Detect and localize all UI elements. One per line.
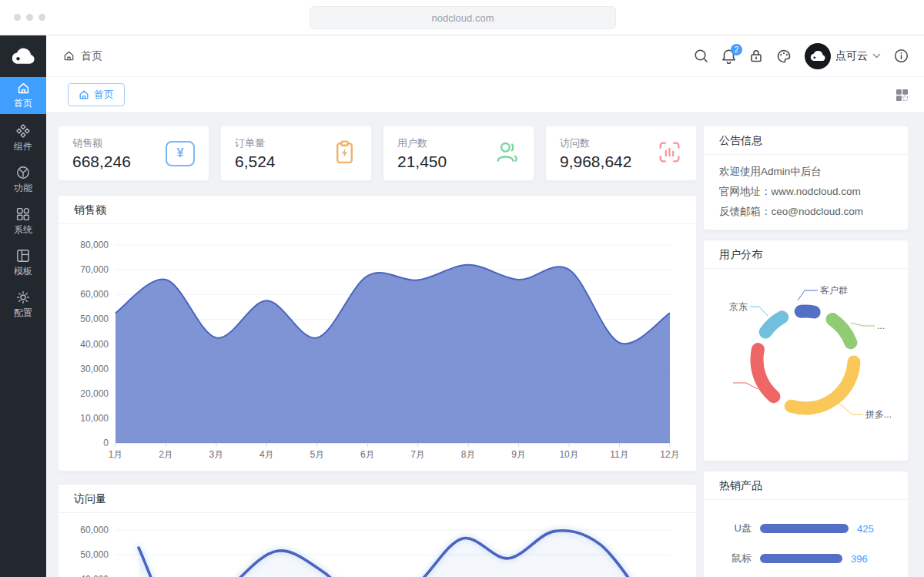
stat-card-sales: 销售额 668,246 ¥	[58, 126, 209, 181]
chevron-down-icon	[872, 53, 881, 59]
window-dot-icon	[38, 14, 45, 21]
hot-products-list: U盘 425鼠标 396键盘 358	[704, 500, 908, 577]
svg-text:5月: 5月	[310, 449, 324, 460]
layout-grid-icon[interactable]	[896, 89, 909, 102]
panel-title: 销售额	[59, 196, 696, 224]
system-icon	[16, 207, 30, 221]
sidebar-item-components[interactable]: 组件	[0, 120, 46, 157]
product-label: 鼠标	[718, 552, 752, 565]
panel-title: 访问量	[59, 485, 696, 513]
product-bar	[760, 524, 849, 533]
sidebar-nav: 首页组件功能系统模板配置	[0, 77, 46, 328]
visits-chart-panel: 访问量 60,00050,00040,000	[58, 484, 697, 577]
svg-text:60,000: 60,000	[80, 289, 109, 300]
user-distribution-donut-chart[interactable]: 客户群...拼多...京东	[704, 269, 908, 458]
panel-title: 公告信息	[704, 126, 908, 155]
lock-screen-icon[interactable]	[749, 49, 763, 63]
stat-value: 6,524	[235, 153, 276, 171]
username: 点可云	[835, 49, 868, 63]
window-dot-icon	[26, 14, 33, 21]
svg-text:10,000: 10,000	[80, 413, 109, 424]
sidebar-item-label: 组件	[14, 140, 32, 153]
sidebar-item-label: 配置	[14, 307, 32, 320]
stat-card-orders: 订单量 6,524	[220, 126, 372, 181]
home-icon	[79, 89, 89, 100]
svg-text:80,000: 80,000	[80, 240, 109, 250]
home-icon	[63, 50, 75, 62]
stat-value: 668,246	[72, 153, 131, 171]
components-icon	[16, 124, 30, 138]
tabbar: 首页	[46, 77, 924, 113]
address-bar[interactable]: nodcloud.com	[310, 6, 616, 29]
svg-text:3月: 3月	[209, 449, 224, 460]
notification-badge: 2	[731, 44, 742, 55]
stat-value: 21,450	[397, 153, 447, 171]
hot-product-row: 鼠标 396	[718, 552, 892, 565]
sales-area-chart[interactable]: 010,00020,00030,00040,00050,00060,00070,…	[59, 224, 696, 468]
svg-text:...: ...	[877, 320, 885, 331]
svg-text:1月: 1月	[109, 449, 123, 460]
visits-line-chart[interactable]: 60,00050,00040,000	[59, 513, 696, 577]
main-content: 销售额 668,246 ¥订单量 6,524 用户数 21,450 访问数 9,…	[46, 113, 924, 577]
svg-text:40,000: 40,000	[80, 339, 109, 350]
theme-palette-icon[interactable]	[776, 49, 792, 64]
svg-text:40,000: 40,000	[80, 574, 109, 577]
avatar	[805, 43, 831, 69]
topbar: 首页 2 点可云	[46, 35, 924, 77]
hot-products-panel: 热销产品 U盘 425鼠标 396键盘 358	[703, 471, 909, 577]
svg-text:70,000: 70,000	[80, 264, 109, 275]
sidebar-item-label: 模板	[14, 265, 32, 278]
product-value: 396	[851, 553, 868, 565]
sidebar-item-features[interactable]: 功能	[0, 162, 46, 199]
stat-value: 9,968,642	[560, 153, 631, 171]
screen: nodcloud.com 首页组件功能系统模板配置 首页 2	[0, 0, 924, 577]
sidebar-item-system[interactable]: 系统	[0, 203, 46, 240]
svg-text:30,000: 30,000	[80, 364, 109, 374]
features-icon	[16, 166, 30, 179]
stat-label: 订单量	[235, 136, 276, 150]
sidebar-item-home[interactable]: 首页	[0, 77, 46, 114]
sidebar: 首页组件功能系统模板配置	[0, 35, 46, 577]
svg-text:0: 0	[103, 438, 109, 448]
stat-label: 用户数	[397, 136, 447, 150]
breadcrumb: 首页	[63, 49, 102, 63]
sidebar-item-template[interactable]: 模板	[0, 245, 46, 282]
app-logo-cloud-icon[interactable]	[0, 35, 46, 77]
window-controls	[14, 14, 45, 21]
clipboard-lightning-icon	[332, 139, 357, 168]
svg-text:8月: 8月	[461, 449, 476, 460]
svg-text:12月: 12月	[660, 449, 679, 460]
template-icon	[16, 249, 30, 263]
stats-row: 销售额 668,246 ¥订单量 6,524 用户数 21,450 访问数 9,…	[58, 126, 697, 181]
svg-text:6月: 6月	[360, 449, 375, 460]
info-icon[interactable]	[894, 49, 909, 63]
svg-text:4月: 4月	[259, 449, 274, 460]
announcement-panel: 公告信息 欢迎使用Admin中后台官网地址：www.nodcloud.com反馈…	[703, 126, 909, 230]
users-icon	[494, 139, 520, 168]
svg-text:10月: 10月	[559, 449, 578, 460]
sidebar-item-settings[interactable]: 配置	[0, 287, 46, 324]
stat-card-users: 用户数 21,450	[383, 126, 534, 181]
settings-icon	[16, 290, 30, 304]
sidebar-item-label: 功能	[14, 182, 32, 195]
svg-text:7月: 7月	[410, 449, 425, 460]
notifications-bell-icon[interactable]: 2	[721, 49, 736, 64]
user-distribution-panel: 用户分布 客户群...拼多...京东	[703, 240, 909, 461]
panel-title: 用户分布	[704, 240, 908, 269]
user-menu[interactable]: 点可云	[805, 43, 881, 69]
svg-text:11月: 11月	[610, 449, 628, 460]
svg-text:20,000: 20,000	[80, 388, 109, 399]
announcement-line: 官网地址：www.nodcloud.com	[719, 182, 892, 202]
panel-title: 热销产品	[704, 471, 908, 500]
hot-product-row: U盘 425	[718, 522, 892, 535]
product-bar	[760, 554, 842, 563]
stat-card-visits: 访问数 9,968,642	[545, 126, 697, 181]
yen-icon: ¥	[166, 141, 195, 166]
sidebar-item-label: 首页	[14, 97, 32, 110]
svg-text:60,000: 60,000	[80, 525, 109, 535]
tab-home[interactable]: 首页	[68, 83, 125, 106]
svg-text:2月: 2月	[159, 449, 173, 460]
search-icon[interactable]	[694, 49, 708, 63]
announcement-line: 反馈邮箱：ceo@nodcloud.com	[719, 202, 892, 222]
svg-text:9月: 9月	[511, 449, 526, 460]
